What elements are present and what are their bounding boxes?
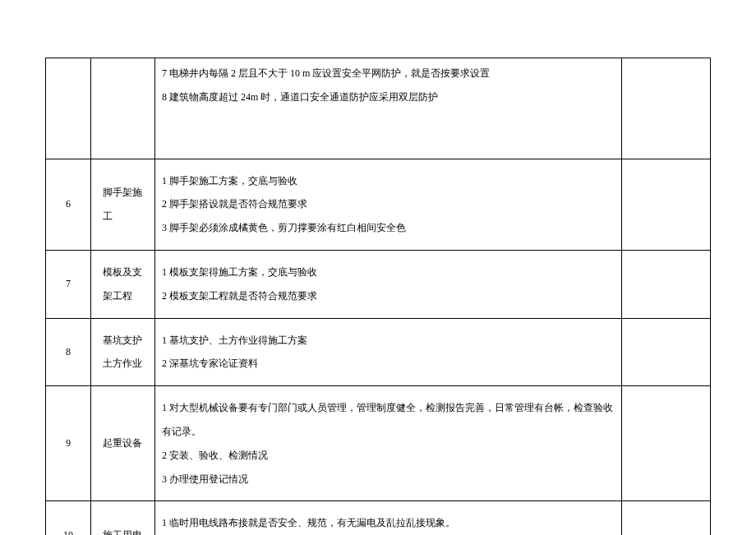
- row-category: 基坑支护土方作业: [91, 318, 155, 386]
- row-number: 7: [46, 250, 91, 318]
- row-content: 1 对大型机械设备要有专门部门或人员管理，管理制度健全，检测报告完善，日常管理有…: [155, 386, 622, 501]
- content-item: 7 电梯井内每隔 2 层且不大于 10 m 应设置安全平网防护，就是否按要求设置: [162, 62, 613, 85]
- content-item: 3 办理使用登记情况: [162, 468, 613, 491]
- table-row: 7 电梯井内每隔 2 层且不大于 10 m 应设置安全平网防护，就是否按要求设置…: [46, 58, 711, 159]
- table-row: 10 施工用电 1 临时用电线路布接就是否安全、规范，有无漏电及乱拉乱接现象。 …: [46, 501, 711, 535]
- content-item: 8 建筑物高度超过 24m 时，通道口安全通道防护应采用双层防护: [162, 85, 613, 109]
- content-item: 1 临时用电线路布接就是否安全、规范，有无漏电及乱拉乱接现象。: [162, 511, 613, 535]
- row-remark: [622, 159, 711, 250]
- content-item: 2 安装、验收、检测情况: [162, 444, 613, 468]
- inspection-table: 7 电梯井内每隔 2 层且不大于 10 m 应设置安全平网防护，就是否按要求设置…: [45, 58, 711, 535]
- row-category: 施工用电: [91, 501, 155, 535]
- row-number: 9: [46, 386, 91, 501]
- table-row: 7 模板及支架工程 1 模板支架得施工方案，交底与验收 2 模板支架工程就是否符…: [46, 250, 711, 318]
- row-number: 6: [46, 159, 91, 250]
- row-remark: [622, 501, 711, 535]
- row-remark: [622, 250, 711, 318]
- table-row: 9 起重设备 1 对大型机械设备要有专门部门或人员管理，管理制度健全，检测报告完…: [46, 386, 711, 501]
- row-number: 10: [46, 501, 91, 535]
- row-category: 起重设备: [91, 386, 155, 501]
- content-item: 3 脚手架必须涂成橘黄色，剪刀撑要涂有红白相间安全色: [162, 216, 613, 240]
- content-item: 1 模板支架得施工方案，交底与验收: [162, 261, 613, 284]
- row-content: 1 模板支架得施工方案，交底与验收 2 模板支架工程就是否符合规范要求: [155, 250, 622, 318]
- row-content: 1 脚手架施工方案，交底与验收 2 脚手架搭设就是否符合规范要求 3 脚手架必须…: [155, 159, 622, 250]
- row-content: 1 基坑支护、土方作业得施工方案 2 深基坑专家论证资料: [155, 318, 622, 386]
- row-content: 1 临时用电线路布接就是否安全、规范，有无漏电及乱拉乱接现象。 2 配电箱每个回…: [155, 501, 622, 535]
- row-content: 7 电梯井内每隔 2 层且不大于 10 m 应设置安全平网防护，就是否按要求设置…: [155, 58, 622, 159]
- content-item: 1 脚手架施工方案，交底与验收: [162, 169, 613, 193]
- row-remark: [622, 58, 711, 159]
- content-item: 1 对大型机械设备要有专门部门或人员管理，管理制度健全，检测报告完善，日常管理有…: [162, 396, 613, 444]
- row-remark: [622, 386, 711, 501]
- content-item: 2 脚手架搭设就是否符合规范要求: [162, 192, 613, 216]
- row-category: 脚手架施工: [91, 159, 155, 250]
- content-item: 1 基坑支护、土方作业得施工方案: [162, 329, 613, 353]
- table-row: 8 基坑支护土方作业 1 基坑支护、土方作业得施工方案 2 深基坑专家论证资料: [46, 318, 711, 386]
- content-item: 2 模板支架工程就是否符合规范要求: [162, 284, 613, 308]
- row-number: [46, 58, 91, 159]
- content-item: 2 深基坑专家论证资料: [162, 352, 613, 376]
- row-category: [91, 58, 155, 159]
- row-number: 8: [46, 318, 91, 386]
- row-remark: [622, 318, 711, 386]
- table-row: 6 脚手架施工 1 脚手架施工方案，交底与验收 2 脚手架搭设就是否符合规范要求…: [46, 159, 711, 250]
- row-category: 模板及支架工程: [91, 250, 155, 318]
